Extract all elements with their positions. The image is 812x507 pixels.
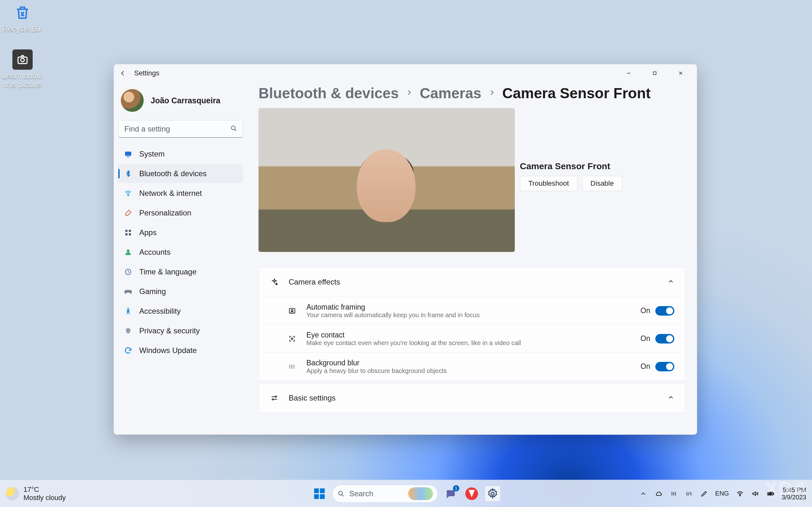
svg-rect-9 [125,233,128,235]
svg-rect-14 [289,308,295,313]
troubleshoot-button[interactable]: Troubleshoot [520,176,577,191]
toggle-state: On [641,334,650,343]
tray-pen-icon[interactable] [700,490,708,498]
sidebar-item-privacy[interactable]: Privacy & security [118,322,243,340]
svg-rect-21 [314,494,319,499]
profile[interactable]: João Carrasqueira [118,87,243,119]
sidebar-item-accessibility[interactable]: Accessibility [118,302,243,320]
titlebar: Settings [114,64,697,82]
sidebar-item-time-language[interactable]: Time & language [118,263,243,281]
taskbar-chat[interactable]: 1 [443,486,459,502]
svg-rect-8 [129,230,131,232]
profile-name: João Carrasqueira [151,96,220,105]
sidebar-item-windows-update[interactable]: Windows Update [118,341,243,360]
svg-point-16 [291,338,293,339]
taskbar-vivaldi[interactable] [464,486,479,502]
tray-chevron-icon[interactable] [639,490,647,498]
chevron-right-icon [489,89,496,97]
wifi-icon [123,188,133,198]
basic-settings-header[interactable]: Basic settings [259,383,685,412]
tray-app-icon[interactable] [685,490,693,498]
blur-icon [287,362,297,372]
weather-widget[interactable]: 17°C Mostly cloudy [6,486,66,502]
svg-point-3 [232,126,235,130]
sidebar-item-label: Accounts [139,248,171,257]
tray-wifi-icon[interactable] [736,490,744,498]
sidebar-item-network[interactable]: Network & internet [118,184,243,203]
sidebar-item-personalization[interactable]: Personalization [118,204,243,222]
shield-icon [123,326,133,336]
setting-eye-contact: Eye contact Make eye contact even when y… [259,325,685,352]
camera-name: Camera Sensor Front [520,161,686,171]
setting-desc: Make eye contact even when you're lookin… [306,339,521,347]
breadcrumb: Bluetooth & devices Cameras Camera Senso… [258,84,686,102]
svg-point-6 [128,195,129,196]
update-icon [123,346,133,355]
background-blur-toggle[interactable] [655,362,674,372]
svg-point-23 [339,491,343,495]
sidebar-item-label: Windows Update [139,346,197,355]
minimize-button[interactable] [616,66,642,81]
card-title: Camera effects [289,278,340,286]
taskbar-search-label: Search [349,489,373,498]
breadcrumb-cameras[interactable]: Cameras [420,84,481,102]
content: Bluetooth & devices Cameras Camera Senso… [247,82,697,435]
automatic-framing-toggle[interactable] [655,306,674,316]
chevron-up-icon [667,394,674,402]
sidebar-item-label: Time & language [139,268,197,276]
search-input[interactable] [118,120,243,138]
disable-button[interactable]: Disable [582,176,622,191]
sidebar: João Carrasqueira System Bluetooth [114,82,247,435]
basic-settings-card: Basic settings [258,383,686,413]
maximize-button[interactable] [642,66,668,81]
window-title: Settings [134,69,159,77]
sidebar-item-label: System [139,150,165,158]
accessibility-icon [123,306,133,316]
taskbar-search[interactable]: Search [333,485,438,503]
breadcrumb-bluetooth-devices[interactable]: Bluetooth & devices [258,84,399,102]
sidebar-item-bluetooth-devices[interactable]: Bluetooth & devices [118,164,243,183]
sidebar-item-label: Network & internet [139,189,202,198]
tray-language[interactable]: ENG [715,490,729,497]
desktop-icon-recycle-bin[interactable]: Recycle Bin [2,3,43,34]
svg-point-18 [272,399,274,400]
breadcrumb-current: Camera Sensor Front [502,84,651,102]
sidebar-item-accounts[interactable]: Accounts [118,243,243,262]
svg-point-11 [127,249,130,252]
desktop-icon-label: Recycle Bin [2,25,43,34]
svg-point-13 [127,308,129,309]
close-button[interactable] [668,66,694,81]
sidebar-item-label: Bluetooth & devices [139,169,206,178]
camera-effects-header[interactable]: Camera effects [259,268,685,297]
svg-rect-20 [320,488,325,493]
sidebar-item-gaming[interactable]: Gaming [118,282,243,301]
sidebar-item-label: Apps [139,228,157,237]
card-title: Basic settings [289,394,336,402]
search-icon [230,124,238,133]
taskbar-settings[interactable] [485,486,501,502]
camera-preview [258,108,515,252]
start-button[interactable] [311,486,327,502]
chevron-up-icon [667,278,674,286]
setting-background-blur: Background blur Apply a heavy blur to ob… [259,352,685,380]
weather-icon [6,487,19,500]
weather-temp: 17°C [23,486,66,493]
setting-title: Automatic framing [306,303,479,312]
svg-point-25 [740,495,741,496]
sidebar-item-label: Personalization [139,209,191,217]
tray-volume-icon[interactable] [751,490,759,498]
tray-onedrive-icon[interactable] [654,490,663,498]
eye-contact-toggle[interactable] [655,334,674,343]
sidebar-item-system[interactable]: System [118,145,243,163]
avatar [121,89,144,112]
svg-rect-7 [125,230,128,232]
taskbar: 17°C Mostly cloudy Search 1 [0,480,812,507]
setting-automatic-framing: Automatic framing Your camera will autom… [259,297,685,325]
back-button[interactable] [117,67,129,79]
svg-rect-22 [320,494,325,499]
desktop-icon-learn-picture[interactable]: Learn about this picture [2,49,43,89]
sidebar-item-apps[interactable]: Apps [118,223,243,242]
clock-icon [123,267,133,277]
tray-app-icon[interactable] [670,490,678,498]
setting-title: Background blur [306,359,447,367]
